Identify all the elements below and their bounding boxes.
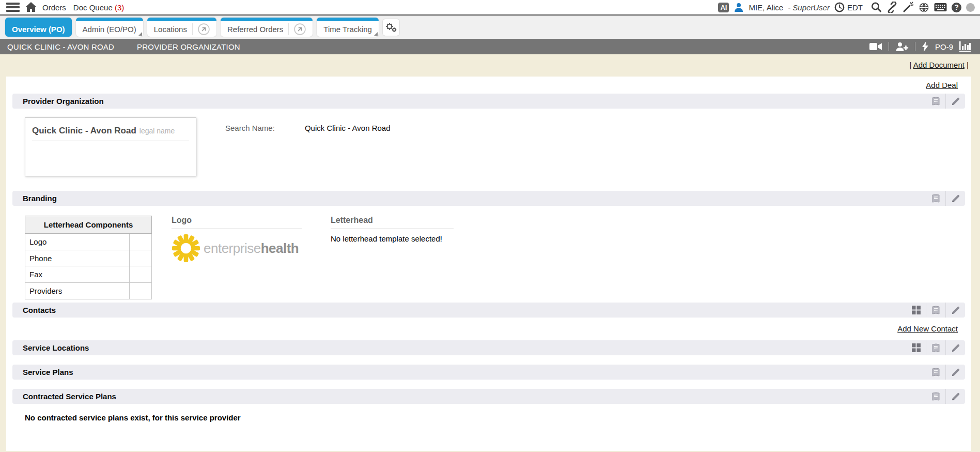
section-service-plans: Service Plans [12,365,965,380]
record-entity-name: QUICK CLINIC - AVON ROAD [7,42,114,51]
table-row[interactable]: Logo [25,233,152,250]
record-code: PO-9 [935,42,953,51]
letterhead-empty-text: No letterhead template selected! [331,234,454,243]
add-document-link[interactable]: Add Document [913,61,965,69]
keyboard-icon[interactable] [934,3,947,12]
edit-pencil-icon[interactable] [945,191,965,206]
notes-book-icon[interactable] [926,94,945,109]
logo-column: Logo [172,216,302,299]
video-camera-icon[interactable] [869,42,882,51]
add-document-row: | Add Document | [0,54,980,74]
provider-organization-content: Quick Clinic - Avon Roadlegal name Searc… [12,109,965,191]
grid-view-icon[interactable] [906,303,926,318]
add-person-icon[interactable] [895,41,909,52]
section-title: Provider Organization [23,97,104,106]
user-icon[interactable] [734,2,744,12]
tab-overview-po[interactable]: Overview (PO) [5,18,72,37]
page-body: | Add Document | Add Deal Provider Organ… [0,54,980,451]
add-deal-row: Add Deal [12,80,965,94]
section-title: Service Locations [23,343,89,352]
edit-pencil-icon[interactable] [945,94,965,109]
edit-pencil-icon[interactable] [945,389,965,404]
notes-book-icon[interactable] [926,340,945,355]
table-row[interactable]: Phone [25,250,152,266]
user-role: - SuperUser [788,3,830,12]
section-contracted-service-plans: Contracted Service Plans [12,389,965,404]
divider [915,42,915,51]
clock-icon[interactable] [834,2,845,12]
content-card: Add Deal Provider Organization Quick Cli… [6,77,971,451]
sunflower-logo-icon [172,233,200,263]
home-icon[interactable] [25,2,37,13]
external-link-icon[interactable] [192,23,210,35]
search-icon[interactable] [870,2,882,13]
section-contacts: Contacts [12,303,965,318]
search-name-label: Search Name: [225,124,275,176]
user-name: MIE, Alice [749,3,783,12]
section-provider-organization: Provider Organization [12,94,965,109]
external-link-icon[interactable] [288,23,306,35]
ai-badge[interactable]: AI [718,3,729,12]
contracted-plans-empty-text: No contracted service plans exist, for t… [12,404,965,422]
record-context-label: PROVIDER ORGANIZATION [137,42,240,51]
nav-doc-queue[interactable]: Doc Queue (3) [73,3,124,12]
letterhead-components-table: Letterhead Components Logo Phone Fax Pro… [25,216,152,299]
section-title: Contracted Service Plans [23,392,116,401]
letterhead-column: Letterhead No letterhead template select… [331,216,454,299]
menu-icon[interactable] [6,3,20,12]
wand-icon[interactable] [903,2,914,13]
timezone-label: EDT [847,3,863,12]
tab-locations[interactable]: Locations [147,18,216,37]
search-name-row: Search Name: Quick Clinic - Avon Road [225,124,391,176]
status-circle-icon[interactable] [966,3,975,12]
grid-view-icon[interactable] [906,340,926,355]
top-bar: Orders Doc Queue (3) AI MIE, Alice - Sup… [0,0,980,16]
edit-pencil-icon[interactable] [945,340,965,355]
doc-queue-count: (3) [115,3,124,12]
record-title-bar: QUICK CLINIC - AVON ROAD PROVIDER ORGANI… [0,39,980,54]
quick-action-lightning-icon[interactable] [922,41,929,52]
tab-bar: Overview (PO) Admin (EO/PO) Locations Re… [0,16,980,39]
tab-admin-eo-po[interactable]: Admin (EO/PO) [76,18,143,37]
enterprise-health-logo: enterprisehealth [172,233,302,263]
brand-enterprise-text: enterprise [204,240,261,257]
bar-chart-icon[interactable] [959,41,971,52]
legal-name-card[interactable]: Quick Clinic - Avon Roadlegal name [25,117,196,176]
notes-book-icon[interactable] [926,303,945,318]
letterhead-heading: Letterhead [331,216,454,229]
edit-pencil-icon[interactable] [945,365,965,380]
section-service-locations: Service Locations [12,340,965,355]
tab-menu-fold-icon [138,32,142,36]
table-row[interactable]: Providers [25,283,152,299]
notes-book-icon[interactable] [926,389,945,404]
brand-health-text: health [261,240,299,257]
add-new-contact-row: Add New Contact [12,318,965,340]
logo-heading: Logo [172,216,302,229]
section-title: Service Plans [23,368,73,376]
tab-referred-orders[interactable]: Referred Orders [221,18,313,37]
notes-book-icon[interactable] [926,365,945,380]
nav-orders[interactable]: Orders [42,3,66,12]
section-title: Branding [23,194,57,203]
tab-settings-button[interactable] [383,19,399,36]
branding-content: Letterhead Components Logo Phone Fax Pro… [12,206,965,303]
globe-icon[interactable] [919,2,929,13]
divider [889,42,889,51]
tab-menu-fold-icon [374,32,378,36]
section-branding: Branding [12,191,965,206]
legal-name-placeholder: legal name [139,127,175,135]
link-icon[interactable] [886,2,898,13]
help-icon[interactable]: ? [952,3,961,12]
add-new-contact-link[interactable]: Add New Contact [897,324,958,333]
table-row[interactable]: Fax [25,266,152,283]
notes-book-icon[interactable] [926,191,945,206]
edit-pencil-icon[interactable] [945,303,965,318]
letterhead-components-header: Letterhead Components [25,216,152,234]
section-title: Contacts [23,306,56,314]
legal-name-value: Quick Clinic - Avon Road [32,126,136,135]
search-name-value: Quick Clinic - Avon Road [305,124,391,176]
add-deal-link[interactable]: Add Deal [926,81,958,89]
tab-time-tracking[interactable]: Time Tracking [317,18,379,37]
